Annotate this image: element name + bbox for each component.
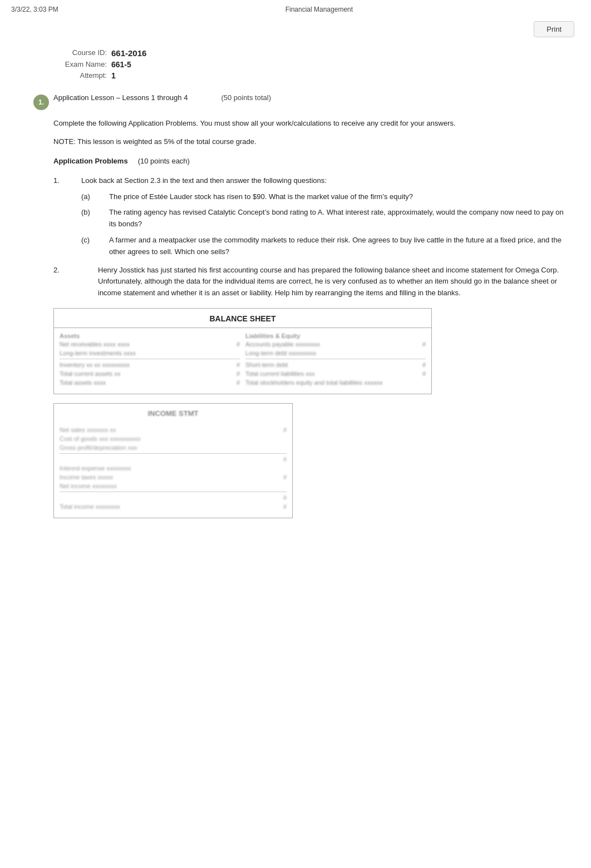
- bs-liabilities-header: Liabilities & Equity: [245, 333, 426, 339]
- is-row-3: Gross profit/depreciation xxx: [60, 444, 287, 451]
- income-statement-title: INCOME STMT: [54, 404, 292, 422]
- bs-row-r3: Short-term debt #: [245, 361, 426, 368]
- income-statement: INCOME STMT Net sales xxxxxxx xx # Cost …: [53, 403, 293, 518]
- app-problems-header: Application Problems (10 points each): [33, 157, 569, 170]
- bs-row-3: Inventory xx xx xxxxxxxxx #: [60, 361, 240, 368]
- note-text: NOTE: This lesson is weighted as 5% of t…: [33, 137, 569, 146]
- app-problems-label: Application Problems: [53, 157, 128, 165]
- print-button[interactable]: Print: [534, 21, 574, 37]
- is-row-1: Net sales xxxxxxx xx #: [60, 426, 287, 433]
- is-row-9: Total income xxxxxxxx #: [60, 503, 287, 510]
- is-row-8: #: [60, 494, 287, 501]
- exam-name-label: Exam Name:: [50, 60, 111, 69]
- bs-row-4: Total current assets xx #: [60, 370, 240, 377]
- top-bar: 3/3/22, 3:03 PM Financial Management: [0, 0, 591, 17]
- balance-sheet: BALANCE SHEET Assets Net receivables xxx…: [53, 308, 432, 394]
- problem-1-num: 1.: [53, 175, 81, 187]
- bs-row-5: Total assets xxxx #: [60, 379, 240, 386]
- question-header: 1. Application Lesson – Lessons 1 throug…: [33, 93, 569, 110]
- question-number-circle: 1.: [33, 95, 49, 110]
- bs-row-r1: Accounts payable xxxxxxxx #: [245, 341, 426, 348]
- attempt-label: Attempt:: [50, 71, 111, 80]
- sub-c-text: A farmer and a meatpacker use the commod…: [109, 235, 569, 258]
- exam-name-value: 661-5: [111, 60, 131, 69]
- problem-2-num: 2.: [53, 265, 98, 299]
- problem-1-sub-c: (c) A farmer and a meatpacker use the co…: [53, 235, 569, 258]
- bs-row-1: Net receivables xxxx xxxx #: [60, 341, 240, 348]
- attempt-row: Attempt: 1: [50, 71, 558, 80]
- sub-b-label: (b): [81, 207, 109, 230]
- meta-section: Course ID: 661-2016 Exam Name: 661-5 Att…: [0, 43, 591, 88]
- instructions: Complete the following Application Probl…: [33, 118, 569, 130]
- problem-1-text: Look back at Section 2.3 in the text and…: [81, 175, 569, 187]
- is-row-4: #: [60, 456, 287, 463]
- bs-row-r2: Long-term debt xxxxxxxxx: [245, 350, 426, 356]
- course-id-label: Course ID:: [50, 48, 111, 58]
- problem-2-text-block: 2. Henry Josstick has just started his f…: [33, 265, 569, 299]
- course-id-row: Course ID: 661-2016: [50, 48, 558, 58]
- problem-2-body: Henry Josstick has just started his firs…: [98, 265, 569, 299]
- question-block: 1. Application Lesson – Lessons 1 throug…: [0, 88, 591, 533]
- print-button-wrapper: Print: [0, 17, 591, 43]
- timestamp: 3/3/22, 3:03 PM: [11, 6, 58, 13]
- course-id-value: 661-2016: [111, 48, 146, 58]
- problem-1-main: 1. Look back at Section 2.3 in the text …: [53, 175, 569, 187]
- points-label: (50 points total): [221, 93, 271, 102]
- sub-b-text: The rating agency has revised Catalytic …: [109, 207, 569, 230]
- problem-1-sub-b: (b) The rating agency has revised Cataly…: [53, 207, 569, 230]
- sub-a-label: (a): [81, 191, 109, 203]
- question-number: 1.: [38, 98, 44, 106]
- is-row-2: Cost of goods xxx xxxxxxxxxx: [60, 435, 287, 442]
- bs-left-column: Assets Net receivables xxxx xxxx # Long-…: [60, 333, 240, 388]
- problem-1: 1. Look back at Section 2.3 in the text …: [33, 175, 569, 258]
- sub-c-label: (c): [81, 235, 109, 258]
- bs-row-2: Long-term investments xxxx: [60, 350, 240, 356]
- is-row-5: Interest expense xxxxxxxx: [60, 465, 287, 472]
- app-problems-points: (10 points each): [138, 157, 190, 165]
- is-row-6: Income taxes xxxxx #: [60, 474, 287, 480]
- attempt-value: 1: [111, 71, 116, 80]
- problem-1-sub-a: (a) The price of Estée Lauder stock has …: [53, 191, 569, 203]
- balance-sheet-body: Assets Net receivables xxxx xxxx # Long-…: [54, 328, 431, 394]
- bs-right-column: Liabilities & Equity Accounts payable xx…: [245, 333, 426, 388]
- income-statement-body: Net sales xxxxxxx xx # Cost of goods xxx…: [54, 422, 292, 518]
- is-row-7: Net income xxxxxxxx: [60, 483, 287, 489]
- bs-row-r4: Total current liabilities xxx #: [245, 370, 426, 377]
- question-title-line: Application Lesson – Lessons 1 through 4…: [53, 93, 271, 102]
- exam-name-row: Exam Name: 661-5: [50, 60, 558, 69]
- bs-assets-header: Assets: [60, 333, 240, 339]
- question-title: Application Lesson – Lessons 1 through 4: [53, 93, 188, 102]
- sub-a-text: The price of Estée Lauder stock has rise…: [109, 191, 569, 203]
- page-title: Financial Management: [285, 6, 353, 13]
- bs-row-r5: Total stockholders equity and total liab…: [245, 379, 426, 386]
- balance-sheet-title: BALANCE SHEET: [54, 309, 431, 328]
